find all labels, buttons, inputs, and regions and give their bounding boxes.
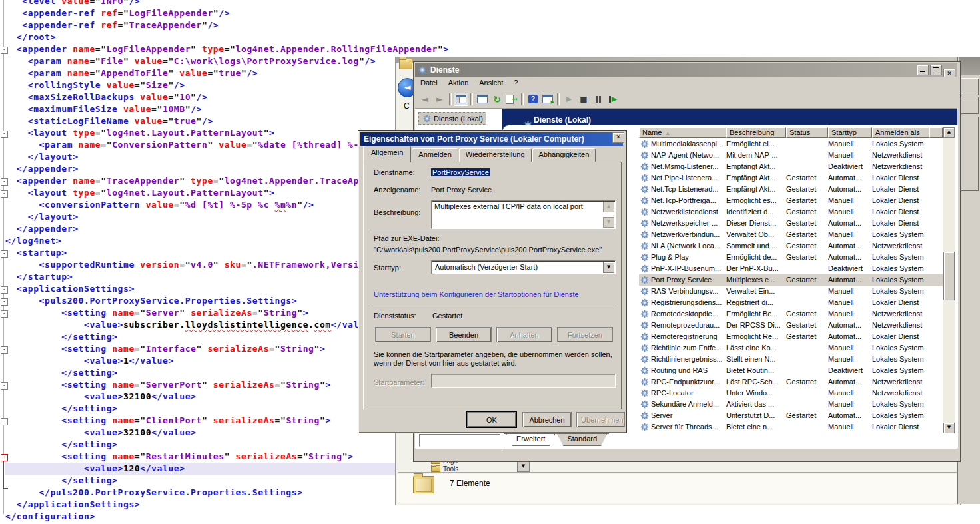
code-line[interactable]: <value>subscriber.lloydslistintelligence… xyxy=(5,320,364,332)
start-service-icon[interactable]: ▶ xyxy=(562,93,576,106)
service-row[interactable]: NLA (Network Loca...Sammelt und ...Gesta… xyxy=(639,240,943,252)
service-row[interactable]: Richtlinienergebniss...Stellt einen N...… xyxy=(639,354,943,365)
service-row[interactable]: Routing und RASBietet Routin...Deaktivie… xyxy=(639,365,943,376)
code-line[interactable]: <param name="File" value="C:\work\logs\P… xyxy=(5,56,376,68)
code-line[interactable]: <appender name="TraceAppender" type="log… xyxy=(5,176,364,188)
view-tab-erweitert[interactable]: Erweitert xyxy=(506,434,555,446)
code-line[interactable]: <appender-ref ref="LogFileAppender"/> xyxy=(5,8,230,20)
code-line[interactable]: <layout type="log4net.Layout.PatternLayo… xyxy=(5,188,275,200)
code-line[interactable]: <param name="ConversionPattern" value="%… xyxy=(5,140,364,152)
code-line[interactable]: <puls200.PortProxyService.Properties.Set… xyxy=(5,296,297,308)
code-line[interactable]: <layout type="log4net.Layout.PatternLayo… xyxy=(5,128,275,140)
code-line[interactable]: </configuration> xyxy=(5,511,95,523)
service-row[interactable]: Server für Threads...Bietet eine n...Man… xyxy=(639,421,943,433)
code-line[interactable]: <applicationSettings> xyxy=(5,284,135,296)
code-line[interactable]: </root> xyxy=(5,32,56,44)
refresh-icon[interactable]: ↻ xyxy=(490,93,504,106)
code-line[interactable]: <param name="AppendToFile" value="true"/… xyxy=(5,68,258,80)
service-row[interactable]: RPC-LocatorUnter Windo...ManuellNetzwerk… xyxy=(639,388,943,399)
service-row[interactable]: Registrierungsdiens...Registriert di...M… xyxy=(639,297,943,308)
start-params-input[interactable] xyxy=(431,374,616,388)
code-line[interactable]: </setting> xyxy=(5,475,118,487)
service-row[interactable]: Net.Msmq-Listener...Empfängt Akt...Deakt… xyxy=(639,161,943,172)
code-line[interactable]: </startup> xyxy=(5,272,73,284)
service-row[interactable]: Port Proxy ServiceMultiplexes e...Gestar… xyxy=(639,274,943,286)
restart-service-icon[interactable]: ▶ xyxy=(606,93,620,106)
minimize-button[interactable] xyxy=(917,65,929,75)
service-row[interactable]: Remoteprozedurau...Der RPCSS-Di...Gestar… xyxy=(639,320,943,331)
code-line[interactable]: <setting name="ServerPort" serializeAs="… xyxy=(5,380,331,392)
forward-icon[interactable]: ► xyxy=(432,93,447,106)
code-line[interactable]: <conversionPattern value="%d [%t] %-5p %… xyxy=(5,200,314,212)
scroll-down-button[interactable]: ▼ xyxy=(603,217,614,228)
column-header-anmelden-als[interactable]: Anmelden als xyxy=(872,127,929,138)
properties-icon[interactable] xyxy=(475,93,490,106)
combo-dropdown-button[interactable]: ▼ xyxy=(517,461,530,472)
tab-wiederherstellung[interactable]: Wiederherstellung xyxy=(459,148,532,162)
code-line[interactable]: <startup> xyxy=(5,248,67,260)
service-row[interactable]: ServerUnterstützt D...GestartetAutomat..… xyxy=(639,410,943,421)
show-tree-icon[interactable] xyxy=(454,93,468,106)
scroll-thumb[interactable] xyxy=(943,252,955,300)
code-line[interactable]: </applicationSettings> xyxy=(5,499,140,511)
service-row[interactable]: Sekundäre Anmeld...Aktiviert das ...Manu… xyxy=(639,399,943,410)
code-line[interactable]: </puls200.PortProxyService.Properties.Se… xyxy=(5,487,303,499)
code-line[interactable]: </setting> xyxy=(5,368,118,380)
code-line[interactable]: <maxSizeRollBackups value="10"/> xyxy=(5,92,207,104)
code-line[interactable]: <maximumFileSize value="10MB"/> xyxy=(5,104,202,116)
code-line[interactable]: <setting name="Interface" serializeAs="S… xyxy=(5,344,325,356)
ok-button[interactable]: OK xyxy=(467,412,516,427)
pause-service-icon[interactable] xyxy=(591,93,606,106)
code-line[interactable]: </setting> xyxy=(5,332,118,344)
service-row[interactable]: NAP-Agent (Netwo...Mit dem NAP-...Manuel… xyxy=(639,150,943,161)
code-line[interactable]: </appender> xyxy=(5,224,79,236)
vertical-scrollbar[interactable]: ▲ ▼ xyxy=(943,127,955,433)
services-titlebar[interactable]: Dienste ✕ xyxy=(415,63,957,77)
resume-button[interactable]: Fortsetzen xyxy=(557,327,613,342)
chevron-down-icon[interactable]: ▼ xyxy=(603,262,614,273)
service-row[interactable]: Multimediaklassenpl...Ermöglicht ei...Ma… xyxy=(639,138,943,150)
code-line[interactable]: <staticLogFileName value="true"/> xyxy=(5,116,213,128)
menu-aktion[interactable]: Aktion xyxy=(443,77,474,87)
service-row[interactable]: RAS-Verbindungsv...Verwaltet Ein...Manue… xyxy=(639,286,943,297)
menu-datei[interactable]: Datei xyxy=(415,77,443,87)
back-icon[interactable]: ◄ xyxy=(418,93,432,106)
code-line[interactable]: <setting name="RestartMinutes" serialize… xyxy=(5,451,354,463)
service-row[interactable]: Net.Tcp-Portfreiga...Ermöglicht es...Ges… xyxy=(639,195,943,206)
column-header-spacer[interactable] xyxy=(929,127,943,138)
service-name-value[interactable]: PortProxyService xyxy=(431,168,490,176)
code-line[interactable]: <value>32100</value> xyxy=(5,392,197,403)
tree-node-dienste-lokal[interactable]: Dienste (Lokal) xyxy=(418,112,486,125)
code-line[interactable]: <value>1</value> xyxy=(5,356,174,368)
scroll-down-button[interactable]: ▼ xyxy=(943,423,955,433)
code-line[interactable]: </layout> xyxy=(5,212,79,224)
code-line[interactable]: </setting> xyxy=(5,403,118,415)
service-row[interactable]: Net.Pipe-Listenera...Empfängt Akt...Gest… xyxy=(639,172,943,184)
service-row[interactable]: Netzwerkspeicher-...Dieser Dienst...Gest… xyxy=(639,218,943,229)
service-row[interactable]: NetzwerklistendienstIdentifiziert d...Ge… xyxy=(639,206,943,218)
service-row[interactable]: RPC-Endpunktzuor...Löst RPC-Sch...Gestar… xyxy=(639,376,943,388)
dialog-close-button[interactable]: ✕ xyxy=(612,132,624,143)
column-header-beschreibung[interactable]: Beschreibung xyxy=(726,127,786,138)
startup-options-help-link[interactable]: Unterstützung beim Konfigurieren der Sta… xyxy=(374,290,579,298)
service-row[interactable]: Richtlinie zum Entfe...Lässt eine Ko...M… xyxy=(639,342,943,354)
tab-anmelden[interactable]: Anmelden xyxy=(412,148,458,162)
code-line[interactable]: <supportedRuntime version="v4.0" sku=".N… xyxy=(5,260,364,272)
apply-button[interactable]: Übernehmen xyxy=(576,412,625,427)
service-row[interactable]: Net.Tcp-Listenerad...Empfängt Akt...Gest… xyxy=(639,184,943,195)
export-list-icon[interactable]: → xyxy=(504,93,519,106)
stop-service-icon[interactable]: ■ xyxy=(576,93,591,106)
code-line[interactable]: <level value="INFO"/> xyxy=(5,0,140,8)
code-line[interactable]: <value>120</value> xyxy=(5,463,405,475)
code-line[interactable]: <value>32100</value> xyxy=(5,427,197,439)
cancel-button[interactable]: Abbrechen xyxy=(522,412,572,427)
code-line[interactable]: <appender name="LogFileAppender" type="l… xyxy=(5,44,449,56)
code-line[interactable]: </log4net> xyxy=(5,236,61,248)
service-row[interactable]: Netzwerkverbindun...Verwaltet Ob...Gesta… xyxy=(639,229,943,240)
menu-help[interactable]: ? xyxy=(508,77,523,87)
code-line[interactable]: <rollingStyle value="Size"/> xyxy=(5,80,185,92)
code-line[interactable]: <appender-ref ref="TraceAppender"/> xyxy=(5,20,219,32)
service-row[interactable]: PnP-X-IP-Busenum...Der PnP-X-Bu...Deakti… xyxy=(639,263,943,274)
column-header-starttyp[interactable]: Starttyp xyxy=(828,127,872,138)
view-tab-standard[interactable]: Standard xyxy=(557,434,607,446)
